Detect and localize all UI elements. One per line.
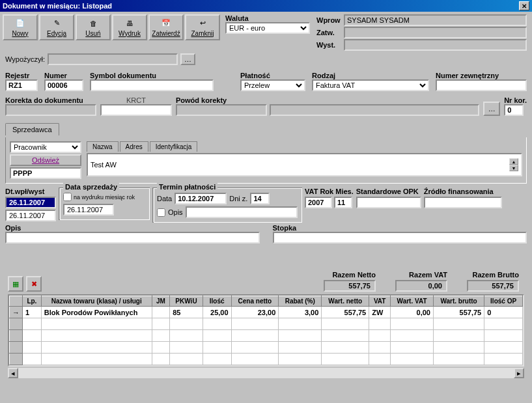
numer-zew-input[interactable] [436,79,527,91]
platnosc-label: Płatność [240,72,305,79]
dni-label: Dni z. [229,195,247,202]
numer-label: Numer [44,72,83,79]
data-sprz-value[interactable]: 26.11.2007 [63,204,114,215]
opis-input[interactable] [5,232,260,243]
add-row-button[interactable]: ▦ [8,276,23,292]
rejestr-label: Rejestr [5,72,38,79]
zatw-value [344,27,527,38]
opis-chk-input[interactable] [186,206,298,218]
scroll-left-button[interactable]: ◂ [8,368,18,378]
rejestr-input[interactable] [5,79,38,91]
std-opk-input[interactable] [356,197,421,208]
new-button[interactable]: 📄Nowy [3,14,38,40]
tab-sprzedawca[interactable]: Sprzedawca [5,123,59,135]
zatw-label: Zatw. [316,29,344,36]
refresh-button[interactable]: Odśwież [10,154,81,166]
wprow-value: SYSADM SYSADM [344,14,527,26]
powod-label: Powód korekty [176,96,479,104]
stopka-input[interactable] [273,232,527,243]
vat-rok-label: VAT Rok Mies. [305,188,354,195]
data-label: Data [157,195,172,202]
col-nazwa[interactable]: Nazwa towaru (klasa) / usługi [41,296,152,307]
data-sprz-label: Data sprzedaży [63,183,119,191]
delete-row-button[interactable]: ✖ [26,276,42,292]
col-iop[interactable]: Ilość OP [484,296,523,307]
calendar-check-icon: 📅 [161,18,171,29]
table-row[interactable] [10,318,523,330]
window-title: Dokument w miesiącu: Listopad [3,2,112,10]
sprzedawca-type-select[interactable]: Pracownik [10,141,81,153]
subtab-identyfikacja[interactable]: Identyfikacja [150,141,198,152]
netto-value: 557,75 [324,280,376,292]
currency-select[interactable]: EUR - euro [225,22,310,34]
col-vat[interactable]: VAT [369,296,391,307]
korekta-mid-label: KRCT [126,96,146,104]
col-jm[interactable]: JM [152,296,169,307]
dni-input[interactable] [250,193,270,204]
rodzaj-select[interactable]: Faktura VAT [312,79,429,91]
new-icon: 📄 [15,18,25,29]
sprzedawca-code-input[interactable] [10,167,81,179]
col-rabat[interactable]: Rabat (%) [279,296,322,307]
korekta-label: Korekta do dokumentu [5,96,96,104]
table-row[interactable] [10,342,523,354]
scroll-track[interactable] [18,368,514,378]
numer-zew-label: Numer zewnętrzny [436,72,527,79]
powod-value1 [176,104,267,116]
trash-icon: 🗑 [88,18,98,29]
powod-lookup-button[interactable]: … [483,102,500,116]
spin-down-button[interactable]: ▼ [509,165,518,171]
col-wvat[interactable]: Wart. VAT [391,296,434,307]
sprzedawca-nazwa-value: Test AW [91,161,117,169]
platnosc-select[interactable]: Przelew [240,79,305,91]
netto-label: Razem Netto [332,271,376,279]
stopka-label: Stopka [273,224,527,232]
symbol-input[interactable] [90,79,214,91]
wyst-label: Wyst. [316,41,344,49]
powod-value2 [270,104,479,116]
col-lp[interactable]: Lp. [23,296,42,307]
close-icon[interactable]: ✕ [519,1,529,10]
table-row[interactable] [10,330,523,342]
table-row[interactable] [10,354,523,365]
window-titlebar: Dokument w miesiącu: Listopad ✕ [0,0,532,12]
spin-up-button[interactable]: ▲ [509,158,518,165]
col-cena[interactable]: Cena netto [231,296,279,307]
wypozyczyl-lookup-button[interactable]: … [180,53,195,65]
edit-button[interactable]: ✎Edycja [39,14,74,40]
table-row[interactable]: → 1 Blok Porodów Powikłanych 85 25,00 23… [10,307,523,318]
zrodlo-input[interactable] [424,197,502,208]
numer-input[interactable] [44,79,83,91]
rodzaj-label: Rodzaj [312,72,429,79]
col-pkwiu[interactable]: PKWiU [170,296,203,307]
main-toolbar: 📄Nowy ✎Edycja 🗑Usuń 🖶Wydruk 📅Zatwierdź ↩… [0,12,223,43]
horizontal-scrollbar[interactable]: ◂ ▸ [8,368,524,378]
col-ilosc[interactable]: Ilość [203,296,231,307]
scroll-right-button[interactable]: ▸ [514,368,524,378]
approve-button[interactable]: 📅Zatwierdź [148,14,184,40]
col-wbrutto[interactable]: Wart. brutto [433,296,484,307]
subtab-nazwa[interactable]: Nazwa [87,141,119,152]
dt-wpl2-value[interactable]: 26.11.2007 [5,210,56,221]
row-selector-header [10,296,23,307]
dt-wpl-value[interactable]: 26.11.2007 [5,197,56,208]
brutto-value: 557,75 [467,280,519,292]
items-grid[interactable]: Lp. Nazwa towaru (klasa) / usługi JM PKW… [8,294,524,367]
subtab-adres[interactable]: Adres [120,141,148,152]
col-wnetto[interactable]: Wart. netto [322,296,369,307]
wypozyczyl-label: Wypożyczył: [5,55,45,63]
print-button[interactable]: 🖶Wydruk [112,14,147,40]
opis-checkbox[interactable] [157,208,165,217]
row-indicator: → [10,307,23,318]
na-wydruku-checkbox[interactable] [63,193,72,201]
exit-icon: ↩ [197,18,208,29]
close-button[interactable]: ↩Zamknij [185,14,220,40]
vat-mies-input[interactable] [334,197,352,208]
delete-button[interactable]: 🗑Usuń [76,14,111,40]
vat-rok-input[interactable] [305,197,332,208]
brutto-label: Razem Brutto [472,271,519,279]
korekta-mid-input[interactable] [100,104,172,116]
nrkor-input[interactable] [504,104,524,116]
korekta-value1 [5,104,96,116]
termin-data-input[interactable] [175,193,227,204]
